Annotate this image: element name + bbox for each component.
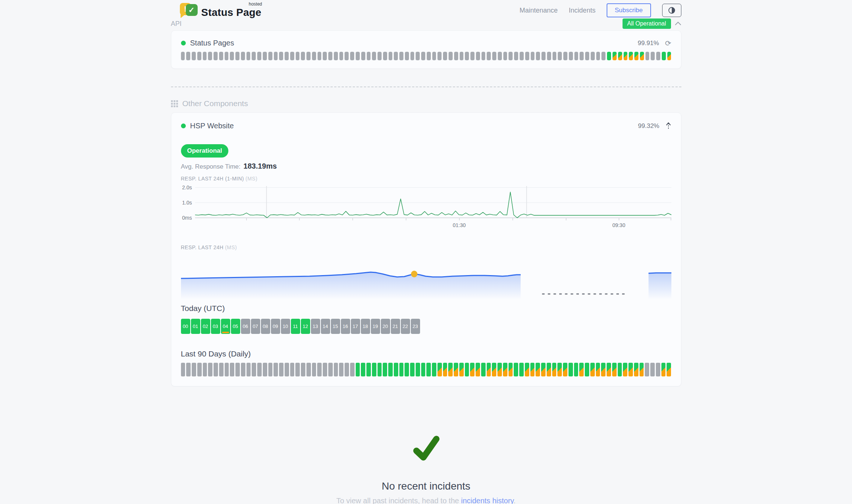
uptime-bar-no-data[interactable]	[541, 52, 546, 60]
uptime-bar-no-data[interactable]	[547, 52, 551, 60]
uptime-bar-operational[interactable]	[574, 363, 578, 376]
uptime-bar-operational[interactable]	[426, 363, 431, 376]
uptime-bar-partial-degraded[interactable]	[634, 363, 638, 376]
uptime-bar-operational[interactable]	[662, 52, 666, 60]
uptime-bar-partial-degraded[interactable]	[454, 363, 458, 376]
uptime-bar-no-data[interactable]	[421, 52, 425, 60]
uptime-bar-no-data[interactable]	[563, 52, 567, 60]
uptime-bar-operational[interactable]	[372, 363, 376, 376]
uptime-bar-no-data[interactable]	[449, 52, 453, 60]
uptime-bar-no-data[interactable]	[328, 363, 333, 376]
uptime-bar-no-data[interactable]	[274, 52, 278, 60]
uptime-bar-partial-degraded[interactable]	[437, 363, 442, 376]
uptime-bar-partial-degraded[interactable]	[547, 363, 551, 376]
uptime-bar-no-data[interactable]	[197, 363, 202, 376]
uptime-bar-no-data[interactable]	[416, 52, 420, 60]
uptime-bar-partial-degraded[interactable]	[557, 363, 562, 376]
uptime-bar-no-data[interactable]	[186, 363, 191, 376]
logo[interactable]: ! ✓ hosted Status Page	[180, 2, 261, 18]
uptime-bar-partial-degraded[interactable]	[629, 52, 633, 60]
hour-cell-15[interactable]: 15	[331, 319, 340, 334]
uptime-bar-no-data[interactable]	[536, 52, 540, 60]
uptime-bar-operational[interactable]	[405, 363, 409, 376]
uptime-bar-no-data[interactable]	[405, 52, 409, 60]
uptime-bar-no-data[interactable]	[383, 52, 387, 60]
uptime-bar-partial-degraded[interactable]	[536, 363, 540, 376]
uptime-bar-no-data[interactable]	[503, 52, 507, 60]
uptime-bar-no-data[interactable]	[257, 363, 262, 376]
uptime-bar-no-data[interactable]	[378, 52, 382, 60]
uptime-bar-no-data[interactable]	[285, 52, 289, 60]
uptime-bar-no-data[interactable]	[279, 363, 284, 376]
uptime-bar-no-data[interactable]	[482, 52, 486, 60]
chevron-up-icon[interactable]	[675, 21, 681, 26]
uptime-bar-partial-degraded[interactable]	[640, 363, 644, 376]
uptime-bar-operational[interactable]	[421, 363, 426, 376]
hour-cell-00[interactable]: 00	[181, 319, 190, 334]
uptime-bar-partial-degraded[interactable]	[448, 363, 453, 376]
uptime-bar-partial-degraded[interactable]	[459, 363, 464, 376]
uptime-bar-no-data[interactable]	[476, 52, 480, 60]
uptime-bar-no-data[interactable]	[219, 52, 223, 60]
uptime-bar-no-data[interactable]	[585, 52, 589, 60]
uptime-bar-no-data[interactable]	[645, 52, 650, 60]
uptime-bar-no-data[interactable]	[350, 52, 354, 60]
uptime-bar-no-data[interactable]	[574, 52, 578, 60]
uptime-bar-partial-degraded[interactable]	[509, 363, 513, 376]
uptime-bar-partial-degraded[interactable]	[612, 363, 617, 376]
hour-cell-08[interactable]: 08	[261, 319, 270, 334]
uptime-bar-no-data[interactable]	[427, 52, 431, 60]
uptime-bar-no-data[interactable]	[268, 363, 273, 376]
uptime-bar-no-data[interactable]	[553, 52, 557, 60]
uptime-bar-no-data[interactable]	[301, 363, 305, 376]
uptime-bar-partial-degraded[interactable]	[579, 363, 584, 376]
uptime-bar-operational[interactable]	[519, 363, 524, 376]
uptime-bar-no-data[interactable]	[345, 52, 349, 60]
uptime-bar-no-data[interactable]	[317, 363, 322, 376]
uptime-bar-partial-degraded[interactable]	[613, 52, 617, 60]
uptime-bar-operational[interactable]	[410, 363, 415, 376]
uptime-bar-no-data[interactable]	[181, 363, 185, 376]
uptime-bar-operational[interactable]	[388, 363, 393, 376]
uptime-bar-operational[interactable]	[607, 52, 611, 60]
hour-cell-22[interactable]: 22	[401, 319, 410, 334]
hour-cell-17[interactable]: 17	[351, 319, 360, 334]
uptime-bar-no-data[interactable]	[454, 52, 458, 60]
hour-cell-12[interactable]: 12	[301, 319, 310, 334]
uptime-bar-partial-degraded[interactable]	[640, 52, 644, 60]
hour-cell-14[interactable]: 14	[321, 319, 330, 334]
uptime-bar-no-data[interactable]	[203, 52, 207, 60]
uptime-bar-no-data[interactable]	[432, 52, 436, 60]
hour-cell-23[interactable]: 23	[411, 319, 420, 334]
uptime-bar-no-data[interactable]	[650, 363, 655, 376]
uptime-bar-no-data[interactable]	[290, 52, 294, 60]
uptime-bar-partial-degraded[interactable]	[552, 363, 557, 376]
hour-cell-05[interactable]: 05	[231, 319, 240, 334]
uptime-bar-no-data[interactable]	[323, 363, 327, 376]
hour-cell-07[interactable]: 07	[251, 319, 260, 334]
nav-maintenance[interactable]: Maintenance	[520, 7, 558, 14]
uptime-bar-partial-degraded[interactable]	[503, 363, 507, 376]
hour-cell-18[interactable]: 18	[361, 319, 370, 334]
uptime-bar-operational[interactable]	[481, 363, 486, 376]
uptime-bar-no-data[interactable]	[323, 52, 327, 60]
uptime-bar-partial-degraded[interactable]	[525, 363, 529, 376]
uptime-bar-no-data[interactable]	[203, 363, 207, 376]
uptime-bar-no-data[interactable]	[241, 363, 245, 376]
uptime-bar-no-data[interactable]	[591, 52, 595, 60]
uptime-bar-no-data[interactable]	[645, 363, 649, 376]
uptime-bar-partial-degraded[interactable]	[601, 363, 606, 376]
uptime-bar-operational[interactable]	[465, 363, 469, 376]
uptime-bar-no-data[interactable]	[356, 52, 360, 60]
uptime-bar-no-data[interactable]	[465, 52, 469, 60]
uptime-bar-no-data[interactable]	[389, 52, 393, 60]
uptime-bar-no-data[interactable]	[558, 52, 562, 60]
uptime-bar-operational[interactable]	[394, 363, 398, 376]
hour-cell-03[interactable]: 03	[211, 319, 220, 334]
uptime-bar-operational[interactable]	[568, 363, 573, 376]
uptime-bar-no-data[interactable]	[274, 363, 278, 376]
uptime-bar-no-data[interactable]	[656, 363, 660, 376]
uptime-bar-partial-degraded[interactable]	[607, 363, 611, 376]
uptime-bar-operational[interactable]	[399, 363, 404, 376]
uptime-bar-no-data[interactable]	[367, 52, 371, 60]
